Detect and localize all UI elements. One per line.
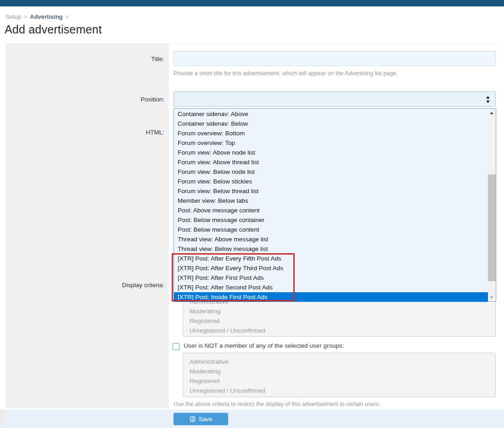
html-field-label: HTML:: [69, 129, 164, 136]
position-option[interactable]: Post: Above message content: [174, 206, 488, 215]
criteria-hint: Use the above criteria to restrict the d…: [174, 401, 381, 407]
position-option[interactable]: Container sidenav: Above: [174, 109, 488, 119]
floppy-save-icon: [190, 416, 196, 422]
not-member-checkbox-label: User is NOT a member of any of the selec…: [184, 342, 344, 349]
page-title: Add advertisement: [5, 23, 102, 36]
breadcrumb-separator: >: [66, 14, 69, 20]
position-option[interactable]: [XTR] Post: After Every Third Post Ads: [174, 263, 488, 273]
user-group-option: Registered: [183, 376, 495, 386]
position-option[interactable]: Forum view: Below stickies: [174, 177, 488, 186]
footer-left-notch: [0, 410, 6, 428]
position-option[interactable]: Container sidenav: Below: [174, 119, 488, 128]
user-group-option: Unregistered / Unconfirmed: [183, 386, 495, 395]
position-field-label: Position:: [69, 96, 164, 103]
breadcrumb-link-setup[interactable]: Setup: [6, 13, 21, 20]
position-option[interactable]: [XTR] Post: Inside First Post Ads: [174, 292, 488, 302]
position-option[interactable]: Forum view: Above node list: [174, 148, 488, 157]
position-option[interactable]: Post: Below message container: [174, 215, 488, 225]
save-button[interactable]: Save: [174, 413, 228, 425]
select-updown-arrows-icon: [486, 95, 490, 104]
user-group-option: Unregistered / Unconfirmed: [183, 326, 495, 335]
user-group-option: Registered: [183, 316, 495, 326]
position-option[interactable]: Forum overview: Bottom: [174, 128, 488, 138]
top-accent-bar: [0, 0, 504, 6]
scrollbar-up-arrow-icon[interactable]: [488, 109, 496, 117]
position-option[interactable]: [XTR] Post: After First Post Ads: [174, 273, 488, 283]
position-dropdown-listbox[interactable]: Container sidenav: AboveContainer sidena…: [174, 108, 496, 302]
position-option[interactable]: Thread view: Above message list: [174, 234, 488, 244]
footer-bar: Save: [0, 410, 504, 428]
position-option[interactable]: Forum view: Below thread list: [174, 186, 488, 196]
save-button-label: Save: [199, 416, 213, 422]
title-field-hint: Provide a short title for this advertise…: [174, 70, 398, 77]
position-option[interactable]: Forum view: Above thread list: [174, 157, 488, 167]
not-member-user-groups-select: AdministrativeModeratingRegisteredUnregi…: [183, 353, 496, 397]
position-dropdown-options: Container sidenav: AboveContainer sidena…: [174, 109, 488, 302]
display-criteria-label: Display criteria:: [69, 282, 164, 289]
breadcrumb: Setup>Advertising>: [6, 13, 72, 20]
position-option[interactable]: Post: Below message content: [174, 225, 488, 234]
user-group-option: Moderating: [183, 306, 495, 316]
position-option[interactable]: Forum overview: Top: [174, 138, 488, 148]
position-option[interactable]: Member view: Below tabs: [174, 196, 488, 206]
breadcrumb-link-advertising[interactable]: Advertising: [30, 13, 63, 20]
position-select[interactable]: [174, 91, 496, 107]
scrollbar-down-arrow-icon[interactable]: [488, 293, 496, 301]
dropdown-scrollbar[interactable]: [488, 109, 496, 301]
position-option[interactable]: [XTR] Post: After Every Fifth Post Ads: [174, 254, 488, 263]
user-group-option: Moderating: [183, 367, 495, 376]
breadcrumb-separator: >: [24, 14, 27, 20]
user-group-option: Administrative: [183, 357, 495, 367]
position-option[interactable]: [XTR] Post: After Second Post Ads: [174, 283, 488, 292]
position-option[interactable]: Thread view: Below message list: [174, 244, 488, 254]
position-option[interactable]: Forum view: Below node list: [174, 167, 488, 177]
not-member-checkbox[interactable]: [173, 343, 179, 350]
title-input[interactable]: [174, 51, 496, 66]
title-field-label: Title:: [69, 56, 164, 62]
scrollbar-thumb[interactable]: [488, 174, 496, 281]
admin-page: Setup>Advertising> Add advertisement Tit…: [0, 0, 504, 428]
